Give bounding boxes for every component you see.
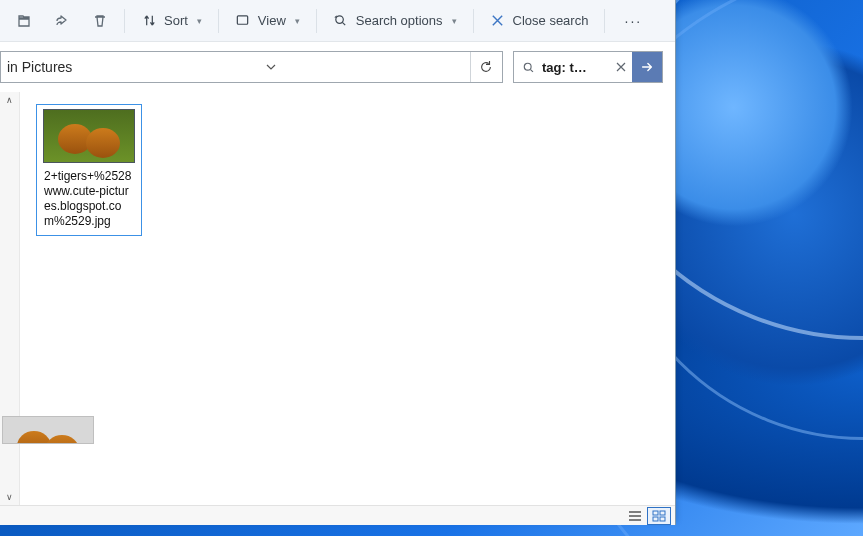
clear-search-button[interactable] [610,62,632,72]
chevron-down-icon: ▾ [197,16,202,26]
result-filename: 2+tigers+%2528www.cute-pictures.blogspot… [44,169,134,229]
details-view-button[interactable] [623,507,647,525]
scroll-track[interactable] [0,108,19,489]
search-options-icon [333,13,349,29]
svg-rect-0 [238,16,248,24]
scroll-down-button[interactable]: ∨ [1,489,19,505]
sort-button[interactable]: Sort ▾ [131,4,212,38]
address-dropdown-button[interactable] [255,52,287,82]
svg-point-1 [336,16,344,24]
close-search-label: Close search [513,13,589,28]
svg-rect-5 [653,517,658,521]
result-item[interactable]: 2+tigers+%2528www.cute-pictures.blogspot… [36,104,142,236]
search-submit-button[interactable] [632,52,662,82]
share-icon [54,13,70,29]
scroll-up-button[interactable]: ∧ [1,92,19,108]
new-folder-icon [16,13,32,29]
refresh-button[interactable] [470,52,502,82]
new-folder-button[interactable] [6,4,42,38]
chevron-down-icon: ▾ [295,16,300,26]
search-options-label: Search options [356,13,443,28]
thumbnail-image [43,109,135,163]
svg-point-2 [524,63,531,70]
svg-rect-4 [660,511,665,515]
search-options-button[interactable]: Search options ▾ [323,4,467,38]
content-pane: ∧ ∨ 2+tigers+%2528www.cute-pictures.blog… [0,92,675,505]
view-button[interactable]: View ▾ [225,4,310,38]
share-button[interactable] [44,4,80,38]
svg-rect-6 [660,517,665,521]
view-label: View [258,13,286,28]
address-bar[interactable]: in Pictures [0,51,503,83]
view-icon [235,13,251,29]
toolbar: Sort ▾ View ▾ Search options ▾ Close sea… [0,0,675,42]
close-icon [490,13,506,29]
address-text: in Pictures [7,59,72,75]
search-query-text: tag: t… [542,59,610,75]
chevron-down-icon: ▾ [452,16,457,26]
search-icon [514,61,542,74]
nav-row: in Pictures tag: t… [0,42,675,92]
search-box[interactable]: tag: t… [513,51,663,83]
file-explorer-window: Sort ▾ View ▾ Search options ▾ Close sea… [0,0,676,525]
more-icon: ··· [625,13,641,29]
svg-rect-3 [653,511,658,515]
sort-label: Sort [164,13,188,28]
status-bar [0,505,675,525]
delete-button[interactable] [82,4,118,38]
thumbnails-view-button[interactable] [647,507,671,525]
results-grid[interactable]: 2+tigers+%2528www.cute-pictures.blogspot… [20,92,675,505]
close-search-button[interactable]: Close search [480,4,599,38]
vertical-scrollbar[interactable]: ∧ ∨ [0,92,20,505]
sort-icon [141,13,157,29]
more-button[interactable]: ··· [611,4,655,38]
trash-icon [92,13,108,29]
